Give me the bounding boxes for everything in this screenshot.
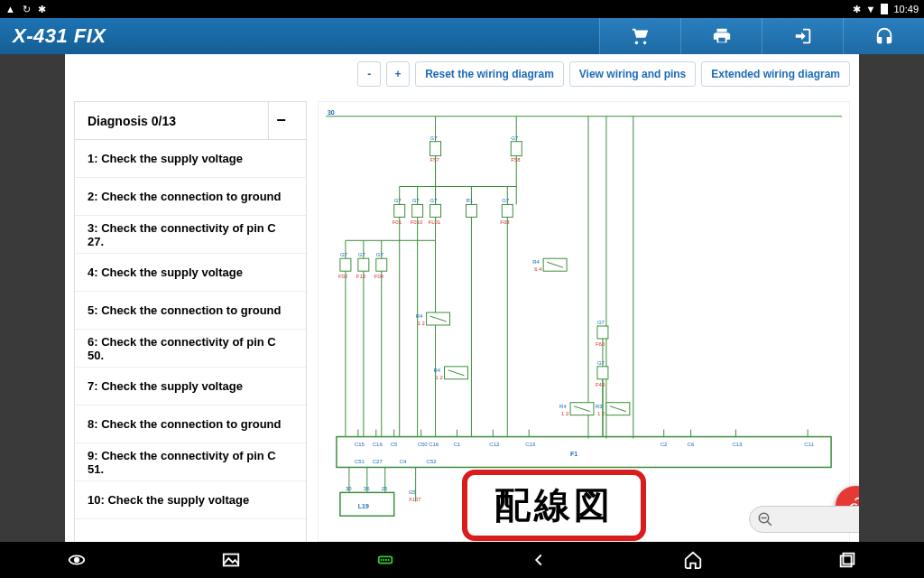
- svg-text:C5: C5: [391, 442, 398, 447]
- svg-text:F13: F13: [356, 274, 366, 279]
- diagnosis-panel-header[interactable]: Diagnosis 0/13 −: [75, 102, 306, 140]
- app-titlebar: X-431 FIX: [0, 18, 924, 54]
- svg-rect-34: [502, 204, 513, 217]
- cart-icon: [631, 26, 651, 46]
- nav-back-icon[interactable]: [529, 550, 549, 570]
- settings-mini-icon: ✱: [38, 4, 46, 15]
- svg-text:1 2: 1 2: [436, 375, 444, 380]
- svg-text:C16: C16: [373, 442, 383, 447]
- svg-text:1 2: 1 2: [561, 411, 569, 416]
- svg-text:C6: C6: [688, 442, 695, 447]
- svg-text:25: 25: [382, 486, 388, 491]
- svg-text:F43: F43: [596, 382, 605, 387]
- svg-rect-76: [597, 326, 608, 339]
- svg-text:36: 36: [364, 486, 370, 491]
- svg-rect-139: [840, 555, 851, 566]
- nav-gallery-icon[interactable]: [221, 550, 241, 570]
- nav-recent-icon[interactable]: [837, 550, 857, 570]
- print-button[interactable]: [680, 18, 762, 54]
- svg-text:C2: C2: [661, 442, 668, 447]
- svg-text:C15: C15: [355, 442, 365, 447]
- zoom-out-button[interactable]: -: [357, 61, 381, 87]
- svg-rect-25: [430, 204, 441, 217]
- diagnosis-step[interactable]: 3: Check the connectivity of pin C 27.: [75, 216, 306, 254]
- svg-text:R3: R3: [596, 404, 603, 409]
- svg-line-124: [767, 521, 772, 526]
- svg-text:G7: G7: [430, 135, 439, 141]
- document-page: - + Reset the wiring diagram View wiring…: [65, 54, 859, 542]
- svg-text:C13: C13: [732, 442, 743, 447]
- svg-text:G7: G7: [502, 198, 510, 203]
- svg-text:G7: G7: [597, 320, 605, 325]
- diagnosis-step[interactable]: 4: Check the supply voltage: [75, 254, 306, 292]
- svg-rect-41: [340, 258, 351, 271]
- collapse-icon[interactable]: −: [268, 102, 293, 139]
- svg-text:1 2: 1 2: [597, 411, 605, 416]
- svg-rect-80: [597, 367, 608, 379]
- svg-text:R4: R4: [416, 313, 423, 319]
- svg-text:R4: R4: [532, 259, 540, 265]
- diagnosis-step[interactable]: 6: Check the connectivity of pin C 50.: [75, 330, 306, 368]
- printer-icon: [712, 26, 732, 46]
- clock: 10:49: [893, 4, 919, 14]
- svg-text:G7: G7: [376, 252, 384, 257]
- extended-diagram-button[interactable]: Extended wiring diagram: [701, 61, 850, 87]
- android-nav-bar: [0, 542, 924, 578]
- svg-rect-46: [358, 258, 369, 271]
- svg-text:G7: G7: [597, 360, 605, 366]
- svg-text:G7: G7: [340, 252, 348, 257]
- reset-diagram-button[interactable]: Reset the wiring diagram: [415, 61, 564, 87]
- view-wiring-pins-button[interactable]: View wiring and pins: [569, 61, 696, 87]
- diagnosis-step[interactable]: 10: Check the supply voltage: [75, 481, 306, 519]
- exit-button[interactable]: [762, 18, 843, 54]
- svg-text:F1: F1: [570, 451, 578, 457]
- svg-text:FL01: FL01: [429, 219, 441, 225]
- svg-text:R1: R1: [466, 198, 473, 203]
- cart-button[interactable]: [599, 18, 680, 54]
- svg-text:F60: F60: [596, 341, 605, 347]
- battery-icon: [881, 4, 888, 14]
- svg-text:C12: C12: [489, 442, 500, 447]
- svg-text:C50 C16: C50 C16: [418, 442, 439, 447]
- svg-rect-20: [412, 204, 423, 217]
- image-icon: ▲: [5, 4, 15, 15]
- svg-point-131: [75, 557, 80, 563]
- rail-label: 30: [328, 109, 335, 116]
- svg-text:F01: F01: [393, 219, 402, 225]
- svg-text:C11: C11: [804, 442, 815, 447]
- support-button[interactable]: [843, 18, 924, 54]
- svg-text:G7: G7: [430, 198, 439, 203]
- svg-text:C4: C4: [400, 459, 407, 464]
- diagnosis-step[interactable]: 1: Check the supply voltage: [75, 140, 306, 178]
- svg-text:G7: G7: [412, 198, 420, 203]
- svg-text:G5: G5: [409, 489, 417, 495]
- svg-text:C13: C13: [525, 442, 536, 447]
- svg-text:R4: R4: [559, 404, 567, 409]
- sync-icon: ↻: [23, 4, 31, 15]
- diagnosis-panel: Diagnosis 0/13 − 1: Check the supply vol…: [74, 101, 307, 542]
- exit-icon: [793, 26, 813, 46]
- svg-text:1 2: 1 2: [418, 321, 426, 326]
- svg-text:X107: X107: [409, 497, 422, 502]
- diagnosis-step-list: 1: Check the supply voltage2: Check the …: [75, 140, 306, 519]
- svg-text:F04: F04: [374, 274, 384, 279]
- zoom-in-button[interactable]: +: [386, 61, 410, 87]
- diagnosis-step[interactable]: 7: Check the supply voltage: [75, 368, 306, 406]
- svg-text:C51: C51: [355, 459, 365, 464]
- diagnosis-step[interactable]: 5: Check the connection to ground: [75, 292, 306, 330]
- app-title: X-431 FIX: [13, 24, 106, 48]
- svg-rect-6: [430, 142, 441, 156]
- svg-text:G7: G7: [511, 135, 519, 141]
- zoom-out-icon[interactable]: [757, 511, 773, 527]
- diagnosis-step[interactable]: 8: Check the connection to ground: [75, 406, 306, 443]
- nav-obd-icon[interactable]: [375, 550, 395, 570]
- diagnosis-step[interactable]: 2: Check the connection to ground: [75, 178, 306, 216]
- android-status-bar: ▲ ↻ ✱ ✱ ▼ 10:49: [0, 0, 924, 18]
- nav-home-icon[interactable]: [683, 550, 703, 570]
- diagnosis-step[interactable]: 9: Check the connectivity of pin C 51.: [75, 443, 306, 481]
- svg-text:F010: F010: [411, 219, 423, 225]
- nav-app-icon[interactable]: [67, 550, 87, 570]
- zoom-bar[interactable]: [749, 506, 859, 533]
- svg-text:C1: C1: [453, 442, 460, 447]
- svg-text:30: 30: [346, 486, 352, 491]
